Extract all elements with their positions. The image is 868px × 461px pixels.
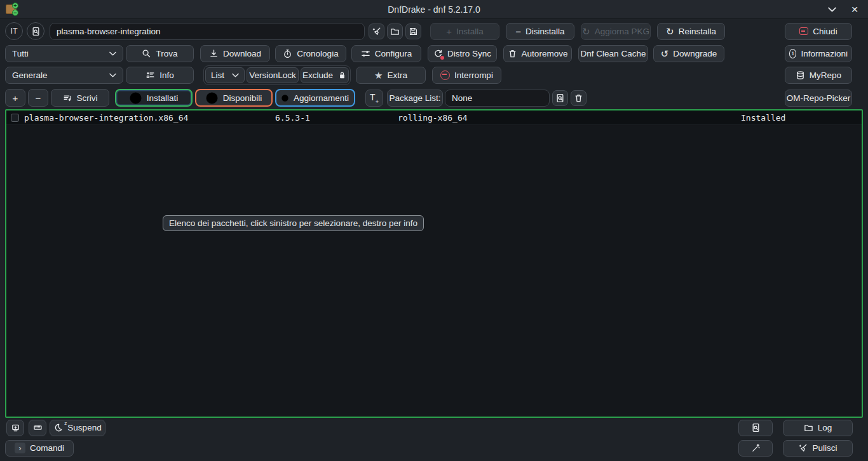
suspend-button[interactable]: z Suspend (50, 420, 105, 436)
group-select[interactable]: Generale (5, 67, 123, 84)
plus-icon: + (446, 27, 452, 36)
package-version: 6.5.3-1 (275, 113, 310, 123)
chevron-down-icon (232, 73, 239, 77)
table-row[interactable]: plasma-browser-integration.x86_64 6.5.3-… (6, 110, 862, 125)
package-list-area[interactable]: plasma-browser-integration.x86_64 6.5.3-… (5, 109, 863, 418)
row-checkbox[interactable] (11, 114, 19, 122)
clear-search-button[interactable] (369, 23, 384, 39)
delete-list-button[interactable] (571, 90, 587, 106)
reinstalla-button[interactable]: ↻ Reinstalla (657, 23, 725, 40)
scrivi-button[interactable]: Scrivi (51, 89, 109, 107)
open-file-button[interactable] (387, 23, 403, 39)
screen-options-button[interactable] (6, 420, 24, 436)
screen-icon (11, 423, 20, 432)
versionlock-label: VersionLock (249, 70, 296, 80)
keyboard-button[interactable] (29, 420, 46, 436)
bottom-row-2: › Comandi Pulisci (5, 439, 853, 457)
installa-label: Installa (456, 27, 484, 36)
folder-icon (804, 423, 813, 432)
info-button[interactable]: Info (126, 67, 194, 84)
downgrade-button[interactable]: ↺ Downgrade (653, 45, 724, 62)
file-search-icon (555, 93, 565, 103)
prompt-glyph: › (18, 444, 21, 453)
moon-icon: z (53, 423, 63, 432)
text-insert-button[interactable]: T+ (365, 90, 383, 107)
save-edit-icon (409, 27, 418, 36)
informazioni-button[interactable]: i Informazioni (785, 45, 852, 62)
pulisci-button[interactable]: Pulisci (783, 440, 853, 457)
cronologia-button[interactable]: Cronologia (275, 45, 346, 62)
dnf-clean-cache-button[interactable]: Dnf Clean Cache (578, 45, 648, 62)
installa-button[interactable]: + Installa (430, 23, 499, 40)
minus-icon: − (36, 93, 41, 103)
wand-button[interactable] (738, 440, 773, 457)
plus-icon: + (13, 93, 18, 103)
versionlock-button[interactable]: VersionLock (247, 67, 299, 83)
folder-icon (390, 27, 400, 36)
info-label: Info (159, 70, 174, 80)
log-label: Log (818, 423, 832, 432)
disinstalla-button[interactable]: − Disinstalla (506, 23, 574, 40)
refresh-icon: ↻ (582, 27, 590, 36)
app-icon-minus-badge: − (12, 10, 18, 16)
minimize-button[interactable] (821, 0, 843, 19)
installed-circle-icon (130, 92, 142, 104)
myrepo-button[interactable]: MyRepo (785, 67, 852, 84)
trova-label: Trova (156, 49, 177, 58)
download-button[interactable]: Download (200, 45, 270, 62)
preview-list-button[interactable] (552, 90, 568, 106)
info-list-icon (146, 70, 155, 80)
add-button[interactable]: + (5, 89, 25, 107)
tab-aggiornamenti[interactable]: Aggiornamenti (275, 89, 355, 107)
autoremove-button[interactable]: Autoremove (503, 45, 572, 62)
file-search-icon (751, 423, 761, 432)
remove-button[interactable]: − (28, 89, 48, 107)
package-list-input[interactable] (445, 90, 550, 107)
myrepo-label: MyRepo (810, 70, 841, 80)
extra-button[interactable]: ★ Extra (356, 67, 426, 84)
language-button[interactable]: IT (5, 22, 23, 40)
distro-sync-label: Distro Sync (447, 49, 491, 58)
tab-installati[interactable]: Installati (115, 89, 193, 107)
search-input[interactable] (50, 23, 365, 40)
close-app-icon (799, 27, 808, 35)
save-list-button[interactable] (405, 23, 421, 39)
interrompi-label: Interrompi (454, 70, 493, 80)
app-icon-plus-badge: + (12, 3, 18, 9)
om-repo-picker-button[interactable]: OM-Repo-Picker (785, 90, 852, 107)
downgrade-label: Downgrade (673, 49, 717, 58)
autoremove-label: Autoremove (522, 49, 568, 58)
comandi-label: Comandi (30, 443, 64, 453)
chevron-down-icon (109, 51, 116, 56)
comandi-button[interactable]: › Comandi (5, 440, 74, 457)
distro-sync-button[interactable]: Distro Sync (428, 45, 497, 62)
find-window-button[interactable] (27, 22, 44, 40)
list-select[interactable]: List (205, 67, 245, 83)
trash-icon (508, 49, 517, 58)
write-list-icon (63, 93, 72, 103)
exclude-label: Exclude (302, 70, 333, 80)
trova-button[interactable]: Trova (126, 45, 194, 62)
configura-button[interactable]: Configura (351, 45, 421, 62)
available-circle-icon (206, 92, 218, 104)
find-window-icon (31, 27, 41, 36)
interrompi-button[interactable]: Interrompi (432, 67, 501, 84)
updates-circle-icon (281, 92, 288, 104)
package-list-tooltip: Elenco dei pacchetti, click sinistro per… (163, 215, 424, 231)
log-button[interactable]: Log (783, 420, 853, 436)
tab-disponibili[interactable]: Disponibili (195, 89, 273, 107)
wand-icon (751, 443, 761, 453)
informazioni-label: Informazioni (801, 49, 848, 58)
download-icon (209, 49, 219, 58)
exclude-button[interactable]: Exclude (301, 67, 349, 83)
database-icon (796, 70, 805, 80)
distro-sync-icon (433, 49, 443, 58)
aggiorna-pkg-button[interactable]: ↻ Aggiorna PKG (581, 23, 651, 40)
chiudi-button[interactable]: Chiudi (785, 23, 852, 40)
close-window-button[interactable]: × (844, 0, 865, 19)
view-log-file-button[interactable] (738, 420, 773, 436)
configura-label: Configura (375, 49, 412, 58)
filter-select[interactable]: Tutti (5, 45, 123, 62)
tab-aggiornamenti-label: Aggiornamenti (294, 93, 349, 103)
tabs-row: + − Scrivi Installati Disponibili Aggior… (5, 89, 852, 107)
